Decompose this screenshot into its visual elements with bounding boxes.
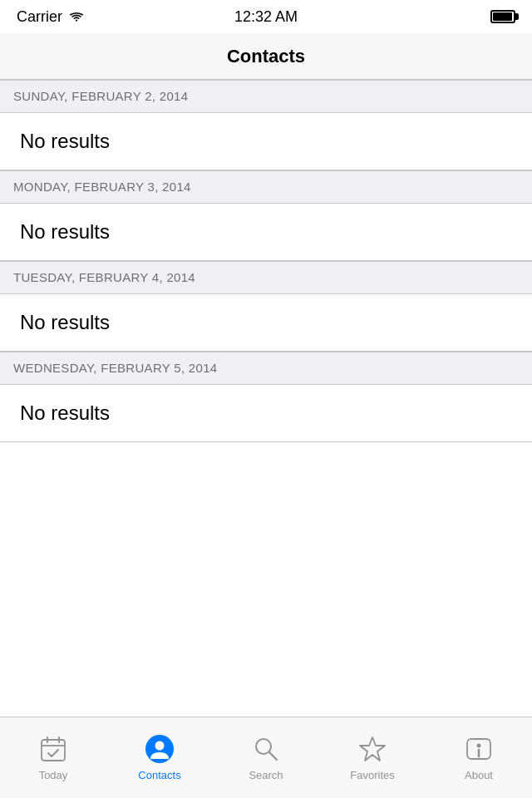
tab-about[interactable]: About <box>426 717 532 798</box>
svg-rect-0 <box>42 740 65 761</box>
no-results-sunday: No results <box>20 130 110 152</box>
status-bar: Carrier 12:32 AM <box>0 0 532 33</box>
section-content-sunday: No results <box>0 113 532 170</box>
tab-search[interactable]: Search <box>213 717 319 798</box>
no-results-monday: No results <box>20 220 110 243</box>
no-results-wednesday: No results <box>20 401 110 424</box>
svg-line-7 <box>269 752 277 760</box>
status-time: 12:32 AM <box>234 8 298 26</box>
tab-about-label: About <box>465 769 493 781</box>
section-header-monday-text: MONDAY, FEBRUARY 3, 2014 <box>13 180 191 194</box>
carrier-name: Carrier <box>17 8 62 26</box>
about-icon <box>464 734 494 764</box>
search-icon <box>251 734 281 764</box>
battery-fill <box>493 12 512 21</box>
section-header-tuesday: TUESDAY, FEBRUARY 4, 2014 <box>0 261 532 294</box>
carrier-info: Carrier <box>17 8 84 26</box>
tab-today-label: Today <box>39 769 68 781</box>
tab-bar: Today Contacts Search Favorites <box>0 717 532 798</box>
section-header-sunday: SUNDAY, FEBRUARY 2, 2014 <box>0 80 532 113</box>
section-header-tuesday-text: TUESDAY, FEBRUARY 4, 2014 <box>13 270 195 284</box>
tab-today[interactable]: Today <box>0 717 106 798</box>
tab-search-label: Search <box>249 769 283 781</box>
content-area: SUNDAY, FEBRUARY 2, 2014 No results MOND… <box>0 80 532 717</box>
navigation-bar: Contacts <box>0 33 532 80</box>
battery-area <box>490 10 515 23</box>
today-icon <box>38 734 68 764</box>
tab-contacts-label: Contacts <box>138 769 180 781</box>
svg-point-5 <box>155 741 165 751</box>
section-header-wednesday-text: WEDNESDAY, FEBRUARY 5, 2014 <box>13 361 217 375</box>
section-content-tuesday: No results <box>0 294 532 352</box>
section-header-sunday-text: SUNDAY, FEBRUARY 2, 2014 <box>13 89 188 103</box>
favorites-icon <box>357 734 387 764</box>
section-content-monday: No results <box>0 204 532 261</box>
battery-icon <box>490 10 515 23</box>
tab-contacts[interactable]: Contacts <box>106 717 213 798</box>
section-header-wednesday: WEDNESDAY, FEBRUARY 5, 2014 <box>0 352 532 385</box>
no-results-tuesday: No results <box>20 311 110 333</box>
tab-favorites-label: Favorites <box>350 769 394 781</box>
section-header-monday: MONDAY, FEBRUARY 3, 2014 <box>0 170 532 204</box>
page-title: Contacts <box>227 46 305 67</box>
svg-point-10 <box>477 744 481 748</box>
section-content-wednesday: No results <box>0 385 532 442</box>
svg-marker-8 <box>360 737 385 761</box>
contacts-icon <box>145 734 175 764</box>
tab-favorites[interactable]: Favorites <box>319 717 426 798</box>
wifi-icon <box>69 11 84 22</box>
